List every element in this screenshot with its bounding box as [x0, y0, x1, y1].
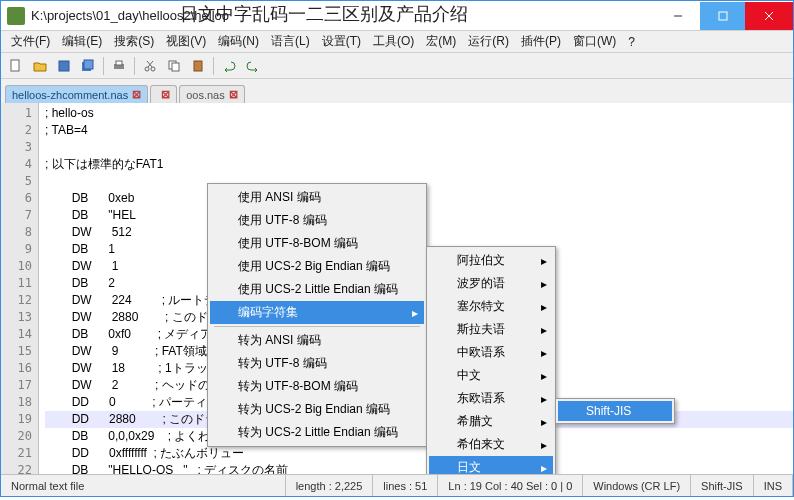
menu-视图(V)[interactable]: 视图(V) [160, 31, 212, 52]
status-mode: INS [754, 475, 793, 496]
save-icon[interactable] [53, 55, 75, 77]
svg-line-13 [147, 61, 152, 67]
tab-bar: helloos-zhcomment.nas⊠⊠oos.nas⊠ [1, 79, 793, 103]
svg-line-12 [148, 61, 153, 67]
menuitem[interactable]: 斯拉夫语▸ [429, 318, 553, 341]
status-filetype: Normal text file [1, 475, 286, 496]
menuitem[interactable]: 使用 UTF-8-BOM 编码 [210, 232, 424, 255]
tab[interactable]: oos.nas⊠ [179, 85, 245, 103]
menuitem[interactable]: 中文▸ [429, 364, 553, 387]
menuitem[interactable]: 使用 UCS-2 Big Endian 编码 [210, 255, 424, 278]
editor-area[interactable]: 1234567891011121314151617181920212223242… [1, 103, 793, 474]
minimize-button[interactable] [655, 2, 700, 30]
tab[interactable]: helloos-zhcomment.nas⊠ [5, 85, 148, 103]
tab-close-icon[interactable]: ⊠ [132, 88, 141, 101]
status-lines: lines : 51 [373, 475, 438, 496]
close-button[interactable] [745, 2, 793, 30]
menubar: 文件(F)编辑(E)搜索(S)视图(V)编码(N)语言(L)设置(T)工具(O)… [1, 31, 793, 53]
tab-close-icon[interactable]: ⊠ [161, 88, 170, 101]
svg-rect-9 [116, 61, 122, 65]
undo-icon[interactable] [218, 55, 240, 77]
status-bar: Normal text file length : 2,225 lines : … [1, 474, 793, 496]
menuitem[interactable]: 转为 ANSI 编码 [210, 329, 424, 352]
svg-rect-1 [719, 12, 727, 20]
copy-icon[interactable] [163, 55, 185, 77]
svg-rect-4 [11, 60, 19, 71]
print-icon[interactable] [108, 55, 130, 77]
menuitem[interactable]: 使用 UTF-8 编码 [210, 209, 424, 232]
menuitem-japanese[interactable]: 日文▸ [429, 456, 553, 474]
menuitem[interactable]: 转为 UTF-8-BOM 编码 [210, 375, 424, 398]
new-file-icon[interactable] [5, 55, 27, 77]
menu-宏(M)[interactable]: 宏(M) [420, 31, 462, 52]
menu-插件(P)[interactable]: 插件(P) [515, 31, 567, 52]
menuitem[interactable]: 希腊文▸ [429, 410, 553, 433]
svg-rect-7 [84, 60, 93, 69]
save-all-icon[interactable] [77, 55, 99, 77]
line-gutter: 1234567891011121314151617181920212223242… [1, 103, 39, 474]
menuitem[interactable]: 阿拉伯文▸ [429, 249, 553, 272]
menuitem[interactable]: 使用 UCS-2 Little Endian 编码 [210, 278, 424, 301]
toolbar [1, 53, 793, 79]
tab-close-icon[interactable]: ⊠ [229, 88, 238, 101]
menuitem[interactable]: 转为 UTF-8 编码 [210, 352, 424, 375]
cut-icon[interactable] [139, 55, 161, 77]
menu-编辑(E)[interactable]: 编辑(E) [56, 31, 108, 52]
status-length: length : 2,225 [286, 475, 374, 496]
svg-rect-15 [172, 63, 179, 71]
app-icon [7, 7, 25, 25]
menuitem[interactable]: 塞尔特文▸ [429, 295, 553, 318]
menu-运行(R)[interactable]: 运行(R) [462, 31, 515, 52]
menu-工具(O)[interactable]: 工具(O) [367, 31, 420, 52]
menuitem[interactable]: 转为 UCS-2 Big Endian 编码 [210, 398, 424, 421]
menuitem[interactable]: 希伯来文▸ [429, 433, 553, 456]
svg-rect-5 [59, 61, 69, 71]
menuitem-shift-jis[interactable]: Shift-JIS [558, 401, 672, 421]
svg-point-10 [145, 67, 149, 71]
svg-point-11 [151, 67, 155, 71]
svg-rect-16 [194, 61, 202, 71]
menuitem[interactable]: 中欧语系▸ [429, 341, 553, 364]
status-position: Ln : 19 Col : 40 Sel : 0 | 0 [438, 475, 583, 496]
tab[interactable]: ⊠ [150, 85, 177, 103]
menuitem[interactable]: 转为 UCS-2 Little Endian 编码 [210, 421, 424, 444]
menuitem-charset[interactable]: 编码字符集▸ [210, 301, 424, 324]
maximize-button[interactable] [700, 2, 745, 30]
redo-icon[interactable] [242, 55, 264, 77]
paste-icon[interactable] [187, 55, 209, 77]
overlay-title: 日文中字乱码一二三区别及产品介绍 [180, 2, 468, 26]
menuitem[interactable]: 波罗的语▸ [429, 272, 553, 295]
menuitem[interactable]: 东欧语系▸ [429, 387, 553, 410]
status-encoding: Shift-JIS [691, 475, 754, 496]
japanese-submenu: Shift-JIS [555, 398, 675, 424]
menu-编码(N)[interactable]: 编码(N) [212, 31, 265, 52]
menu-窗口(W)[interactable]: 窗口(W) [567, 31, 622, 52]
menu-文件(F)[interactable]: 文件(F) [5, 31, 56, 52]
menu-设置(T)[interactable]: 设置(T) [316, 31, 367, 52]
menu-语言(L)[interactable]: 语言(L) [265, 31, 316, 52]
menu-?[interactable]: ? [622, 33, 641, 51]
menuitem[interactable]: 使用 ANSI 编码 [210, 186, 424, 209]
charset-submenu: 阿拉伯文▸波罗的语▸塞尔特文▸斯拉夫语▸中欧语系▸中文▸东欧语系▸希腊文▸希伯来… [426, 246, 556, 474]
open-file-icon[interactable] [29, 55, 51, 77]
status-eol: Windows (CR LF) [583, 475, 691, 496]
encoding-menu: 使用 ANSI 编码使用 UTF-8 编码使用 UTF-8-BOM 编码使用 U… [207, 183, 427, 447]
menu-搜索(S)[interactable]: 搜索(S) [108, 31, 160, 52]
